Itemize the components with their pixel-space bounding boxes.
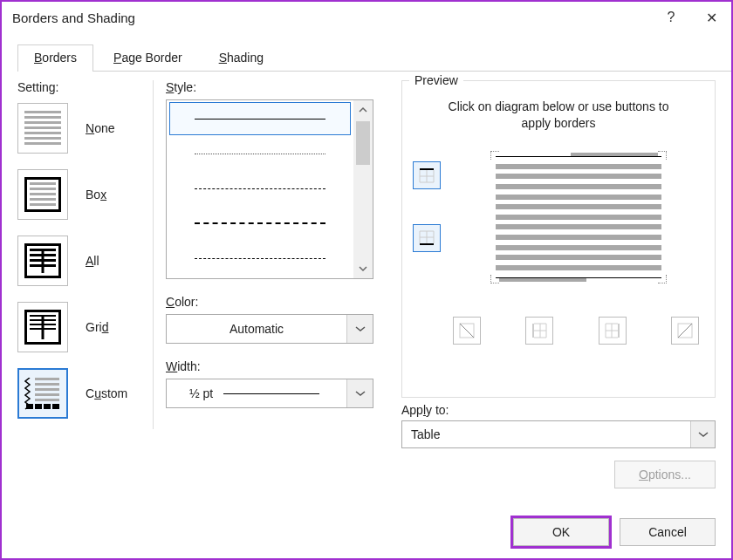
setting-none-preview — [17, 103, 68, 154]
close-button[interactable]: ✕ — [691, 2, 731, 33]
svg-rect-14 — [532, 324, 534, 338]
tab-borders[interactable]: Borders — [17, 44, 93, 72]
width-label: Width: — [166, 359, 393, 373]
width-value-wrap: ½ pt — [167, 386, 346, 400]
border-left-toggle[interactable] — [525, 317, 553, 345]
style-dashed-short[interactable] — [167, 206, 353, 241]
setting-custom[interactable]: Custom — [17, 365, 157, 422]
border-bottom-toggle[interactable] — [413, 224, 441, 252]
apply-to-value: Table — [402, 427, 690, 441]
svg-rect-0 — [420, 168, 434, 170]
border-left-icon — [531, 322, 548, 339]
style-dashed[interactable] — [167, 171, 353, 206]
border-top-icon — [418, 167, 435, 184]
preview-diagram[interactable] — [453, 144, 704, 292]
ok-button[interactable]: OK — [513, 518, 609, 546]
chevron-down-icon[interactable] — [690, 421, 715, 447]
style-scrollbar[interactable] — [353, 100, 373, 278]
help-button[interactable]: ? — [651, 2, 691, 33]
setting-grid-label: Grid — [86, 320, 108, 334]
apply-to-dropdown[interactable]: Table — [401, 420, 716, 448]
setting-none-label: None — [86, 121, 114, 135]
settings-column: Setting: None Box All — [17, 80, 157, 504]
options-button: Options... — [614, 461, 716, 488]
width-sample-line — [223, 393, 319, 394]
setting-all[interactable]: All — [17, 232, 157, 290]
preview-bottom-buttons — [413, 292, 704, 345]
color-label: Color: — [166, 295, 393, 309]
chevron-down-icon[interactable] — [346, 379, 373, 407]
style-solid[interactable] — [169, 102, 351, 135]
setting-grid[interactable]: Grid — [17, 298, 157, 356]
width-value: ½ pt — [189, 386, 213, 400]
setting-none[interactable]: None — [17, 99, 157, 157]
style-dotted-fine[interactable] — [167, 136, 353, 171]
cancel-button[interactable]: Cancel — [620, 518, 716, 546]
svg-line-13 — [460, 324, 474, 338]
setting-box-preview — [17, 169, 68, 220]
border-top-toggle[interactable] — [413, 161, 441, 189]
preview-legend: Preview — [409, 73, 463, 87]
tab-shading[interactable]: Shading — [202, 44, 280, 72]
scroll-thumb[interactable] — [356, 121, 370, 165]
scroll-up-icon[interactable] — [353, 100, 373, 120]
dialog-body: Setting: None Box All — [2, 72, 731, 504]
color-dropdown[interactable]: Automatic — [166, 314, 373, 344]
svg-rect-20 — [618, 324, 620, 338]
preview-hint: Click on diagram below or use buttons to… — [445, 99, 672, 132]
border-diag-tr-toggle[interactable] — [671, 317, 699, 345]
apply-to-row: Apply to: Table Options... — [401, 403, 716, 488]
preview-side-buttons — [413, 144, 453, 252]
diagonal-up-icon — [676, 322, 694, 339]
window-title: Borders and Shading — [12, 10, 651, 25]
style-label: Style: — [166, 80, 393, 94]
setting-grid-preview — [17, 302, 68, 352]
style-items — [167, 100, 353, 278]
style-column: Style: Color: — [157, 80, 393, 504]
style-dash-dot[interactable] — [167, 241, 353, 276]
setting-box-label: Box — [86, 188, 106, 201]
border-right-toggle[interactable] — [599, 317, 627, 345]
chevron-down-icon[interactable] — [346, 315, 373, 343]
preview-column: Preview Click on diagram below or use bu… — [393, 80, 716, 504]
color-value: Automatic — [167, 322, 346, 336]
setting-all-preview — [17, 236, 68, 286]
settings-label: Setting: — [17, 80, 157, 94]
preview-doc — [496, 156, 661, 278]
titlebar: Borders and Shading ? ✕ — [2, 2, 731, 33]
divider — [153, 80, 154, 429]
width-dropdown[interactable]: ½ pt — [166, 379, 373, 408]
tab-strip: Borders Page Border Shading — [17, 44, 731, 72]
setting-box[interactable]: Box — [17, 166, 157, 223]
dialog-window: Borders and Shading ? ✕ Borders Page Bor… — [0, 0, 733, 560]
svg-rect-6 — [420, 243, 434, 245]
tab-page-border[interactable]: Page Border — [97, 44, 199, 72]
setting-all-label: All — [86, 254, 99, 268]
border-bottom-icon — [418, 229, 435, 247]
border-right-icon — [604, 322, 621, 339]
setting-custom-preview — [17, 368, 68, 419]
style-listbox[interactable] — [166, 99, 373, 279]
apply-to-label: Apply to: — [401, 403, 716, 417]
border-diag-tl-toggle[interactable] — [453, 317, 481, 345]
scroll-down-icon[interactable] — [353, 259, 373, 278]
preview-main — [413, 144, 704, 292]
dialog-footer: OK Cancel — [513, 518, 716, 546]
preview-groupbox: Preview Click on diagram below or use bu… — [401, 80, 716, 398]
svg-line-27 — [678, 324, 692, 338]
diagonal-down-icon — [458, 322, 476, 339]
setting-custom-label: Custom — [86, 386, 127, 400]
